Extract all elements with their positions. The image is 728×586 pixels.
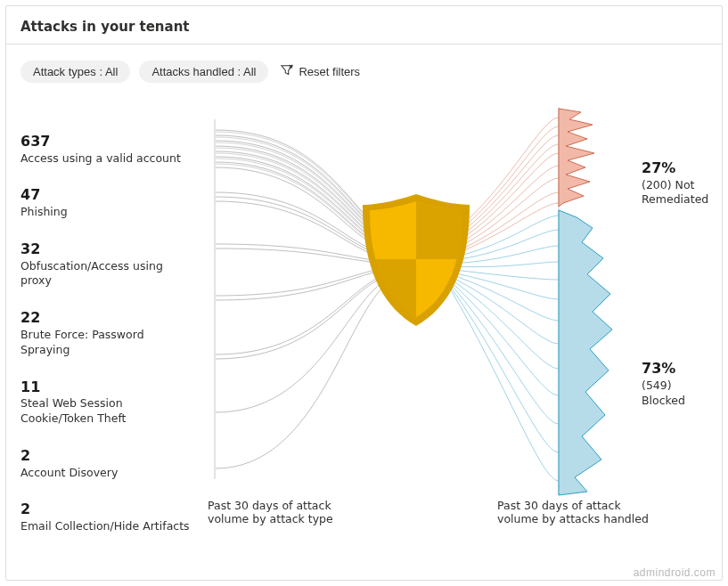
outcome-not-remediated: 27% (200) Not Remediated [642,159,715,208]
attack-type-count: 22 [20,308,190,328]
sankey-flow-viz [184,96,639,515]
attacks-card: Attacks in your tenant Attack types : Al… [5,5,723,581]
caption-attacks-handled: Past 30 days of attack volume by attacks… [497,499,658,525]
attack-type-row: 11 Steal Web Session Cookie/Token Theft [20,378,190,427]
attack-type-label: Obfuscation/Access using proxy [20,259,190,289]
attack-type-count: 637 [20,132,190,151]
hist-not-remediated [559,109,594,207]
attack-type-row: 637 Access using a valid account [20,132,190,166]
attack-type-row: 22 Brute Force: Password Spraying [20,308,190,357]
attack-type-label: Steal Web Session Cookie/Token Theft [20,396,190,427]
attack-types-list: 637 Access using a valid account 47 Phis… [20,132,190,554]
axis-captions: Past 30 days of attack volume by attack … [20,499,708,525]
shield-icon [363,194,470,326]
attack-type-label: Account Disovery [20,466,190,481]
filter-attack-types[interactable]: Attack types : All [20,61,130,83]
attack-type-count: 47 [20,185,190,205]
attack-type-row: 47 Phishing [20,185,190,219]
sankey-chart: 637 Access using a valid account 47 Phis… [6,87,722,533]
attack-type-count: 32 [20,240,190,259]
outcome-pct: 27% [642,159,715,178]
outcome-blocked: 73% (549) Blocked [642,359,715,408]
attack-type-label: Brute Force: Password Spraying [20,328,190,358]
hist-blocked [559,210,612,495]
attack-type-row: 32 Obfuscation/Access using proxy [20,240,190,289]
attack-type-row: 2 Account Disovery [20,446,190,480]
attack-type-label: Access using a valid account [20,151,190,167]
attack-type-count: 11 [20,378,190,397]
outcome-sub: (549) Blocked [642,378,715,409]
watermark: admindroid.com [634,566,716,579]
filter-bar: Attack types : All Attacks handled : All… [6,45,722,87]
attack-type-count: 2 [20,446,190,466]
card-header: Attacks in your tenant [6,6,722,45]
outcomes-list: 27% (200) Not Remediated 73% (549) Block… [642,159,715,409]
card-title: Attacks in your tenant [20,19,708,35]
reset-filters-button[interactable]: Reset filters [277,59,364,84]
reset-filters-label: Reset filters [299,66,360,77]
filter-reset-icon [281,64,293,78]
outcome-sub: (200) Not Remediated [642,178,715,208]
attack-type-label: Phishing [20,205,190,220]
outcome-pct: 73% [642,359,715,378]
input-strands [216,130,389,468]
input-strands-dense [216,132,389,250]
caption-attack-type: Past 30 days of attack volume by attack … [208,499,368,525]
filter-attacks-handled[interactable]: Attacks handled : All [139,61,268,83]
